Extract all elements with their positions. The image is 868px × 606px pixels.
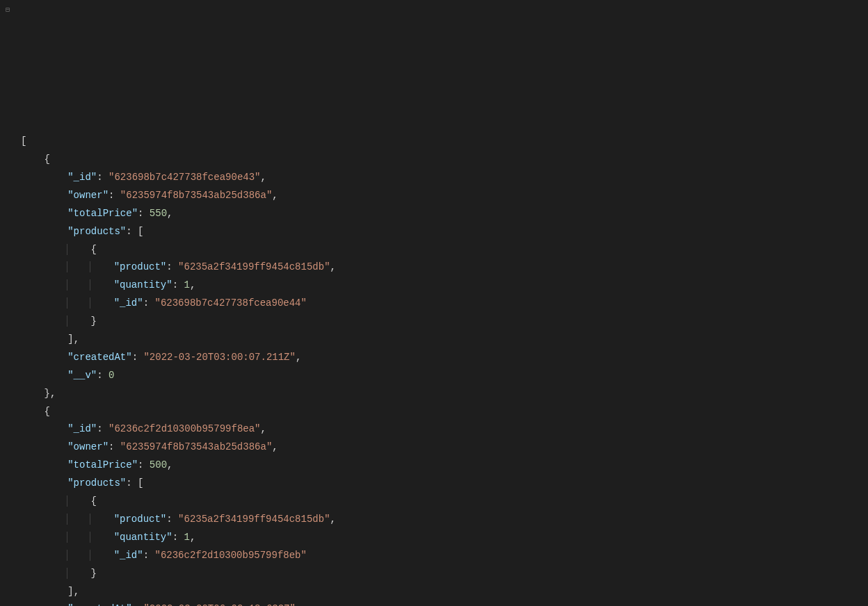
totalprice-line: "totalPrice": 550, xyxy=(21,205,861,223)
createdat-line: "createdAt": "2022-03-20T03:00:07.211Z", xyxy=(21,349,861,367)
code-editor[interactable]: [ { "_id": "623698b7c427738fcea90e43", "… xyxy=(21,133,861,606)
v-line: "__v": 0 xyxy=(21,367,861,385)
fold-top-icon[interactable]: ⊟ xyxy=(6,4,10,17)
owner-line: "owner": "6235974f8b73543ab25d386a", xyxy=(21,187,861,205)
products-close-line: ], xyxy=(21,583,861,601)
quantity-line: "quantity": 1, xyxy=(21,277,861,295)
totalprice-line: "totalPrice": 500, xyxy=(21,457,861,475)
products-close-line: ], xyxy=(21,331,861,349)
product-obj-close: } xyxy=(21,313,861,331)
owner-line: "owner": "6235974f8b73543ab25d386a", xyxy=(21,439,861,457)
product-obj-close: } xyxy=(21,565,861,583)
array-open: [ xyxy=(21,133,861,151)
product-line: "product": "6235a2f34199ff9454c815db", xyxy=(21,259,861,277)
products-open-line: "products": [ xyxy=(21,475,861,493)
quantity-line: "quantity": 1, xyxy=(21,529,861,547)
pid-line: "_id": "623698b7c427738fcea90e44" xyxy=(21,295,861,313)
product-line: "product": "6235a2f34199ff9454c815db", xyxy=(21,511,861,529)
product-obj-open: { xyxy=(21,493,861,511)
object-open: { xyxy=(21,403,861,421)
object-open: { xyxy=(21,151,861,169)
object-close: }, xyxy=(21,385,861,403)
pid-line: "_id": "6236c2f2d10300b95799f8eb" xyxy=(21,547,861,565)
id-line: "_id": "623698b7c427738fcea90e43", xyxy=(21,169,861,187)
id-line: "_id": "6236c2f2d10300b95799f8ea", xyxy=(21,420,861,439)
products-open-line: "products": [ xyxy=(21,223,861,241)
product-obj-open: { xyxy=(21,241,861,259)
createdat-line: "createdAt": "2022-03-20T06:00:18.633Z", xyxy=(21,600,861,606)
